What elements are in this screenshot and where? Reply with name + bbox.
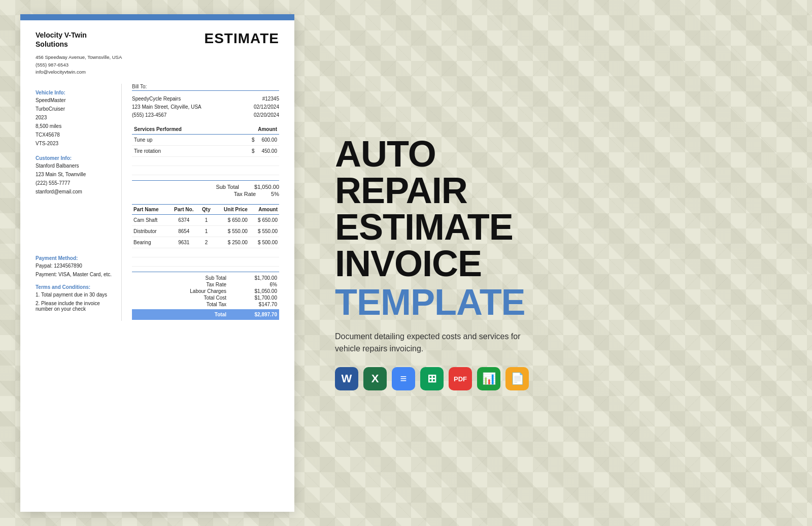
right-column: Bill To: SpeedyCycle Repairs 123 Main St…: [132, 84, 279, 321]
pages-icon: 📄: [505, 367, 529, 390]
promo-line4: INVOICE: [335, 245, 792, 282]
promo-line2: REPAIR: [335, 172, 792, 209]
totals-cost-label: Total Cost: [176, 295, 226, 301]
top-bar: [20, 14, 294, 20]
terms-line1: 1. Total payment due in 30 days: [36, 292, 114, 298]
table-row: Distributor 8654 1 $ 550.00 $ 550.00: [132, 226, 279, 237]
company-email: info@velocityvtwin.com: [36, 69, 122, 76]
totals-taxrate-label: Tax Rate: [176, 282, 226, 287]
date1: 02/12/2024: [254, 103, 279, 111]
service-amount-2: $ 450.00: [226, 146, 279, 157]
bill-to-section: Bill To: SpeedyCycle Repairs 123 Main St…: [132, 84, 279, 119]
totals-tax-value: $147.70: [242, 302, 277, 307]
customer-name: Stanford Balbaners: [36, 163, 114, 169]
google-sheets-icon: ⊞: [420, 367, 444, 390]
company-name: Velocity V-Twin Solutions: [36, 30, 117, 49]
taxrate-label: Tax Rate: [234, 191, 256, 197]
customer-info-label: Customer Info:: [36, 155, 114, 161]
numbers-icon: 📊: [477, 367, 500, 390]
totals-tax-row: Total Tax $147.70: [132, 302, 279, 307]
table-row: Bearing 9631 2 $ 250.00 $ 500.00: [132, 237, 279, 248]
part-amount-3: $ 500.00: [249, 237, 279, 248]
bill-to-label: Bill To:: [132, 84, 279, 89]
two-col-layout: Vehicle Info: SpeedMaster TurboCruiser 2…: [36, 84, 279, 321]
totals-labour-value: $1,050.00: [242, 288, 277, 294]
promo-description: Document detailing expected costs and se…: [335, 331, 528, 355]
promo-section: AUTO REPAIR ESTIMATE INVOICE TEMPLATE Do…: [325, 136, 792, 390]
part-price-1: $ 650.00: [214, 215, 249, 226]
totals-cost-value: $1,700.00: [242, 295, 277, 301]
company-phone: (555) 987-6543: [36, 61, 122, 69]
parts-header-amount: Amount: [249, 205, 279, 215]
pdf-icon: PDF: [449, 367, 472, 390]
customer-phone: (222) 555-7777: [36, 180, 114, 186]
services-subtotal: Sub Total $1,050.00 Tax Rate 5%: [132, 180, 279, 197]
client-phone: (555) 123-4567: [132, 111, 201, 119]
totals-taxrate-value: 6%: [242, 282, 277, 287]
terms-label: Terms and Conditions:: [36, 284, 114, 290]
vehicle-model: TurboCruiser: [36, 106, 114, 112]
doc-content: Velocity V-Twin Solutions 456 Speedway A…: [20, 20, 294, 331]
estimate-title: ESTIMATE: [205, 30, 279, 47]
totals-subtotal-row: Sub Total $1,700.00: [132, 275, 279, 281]
totals-subtotal-label: Sub Total: [176, 275, 226, 281]
table-row: [132, 257, 279, 267]
company-address: 456 Speedway Avenue, Townsville, USA (55…: [36, 54, 122, 76]
part-name-2: Distributor: [132, 226, 169, 237]
service-amount-1: $ 600.00: [226, 135, 279, 146]
left-column: Vehicle Info: SpeedMaster TurboCruiser 2…: [36, 84, 122, 321]
bill-to-left: SpeedyCycle Repairs 123 Main Street, Cit…: [132, 95, 201, 119]
vehicle-plate: VTS-2023: [36, 141, 114, 146]
part-amount-1: $ 650.00: [249, 215, 279, 226]
page-wrapper: Velocity V-Twin Solutions 456 Speedway A…: [0, 0, 812, 526]
part-no-3: 9631: [169, 237, 198, 248]
table-row: Tune up $ 600.00: [132, 135, 279, 146]
client-name: SpeedyCycle Repairs: [132, 95, 201, 103]
part-no-1: 6374: [169, 215, 198, 226]
parts-header-qty: Qty: [199, 205, 214, 215]
totals-labour-label: Labour Charges: [176, 288, 226, 294]
vehicle-vin: TCX45678: [36, 132, 114, 138]
part-amount-2: $ 550.00: [249, 226, 279, 237]
customer-email: stanford@email.com: [36, 189, 114, 194]
part-qty-3: 2: [199, 237, 214, 248]
part-qty-1: 1: [199, 215, 214, 226]
services-header-name: Services Performed: [132, 124, 226, 135]
table-row: Cam Shaft 6374 1 $ 650.00 $ 650.00: [132, 215, 279, 226]
totals-grand-value: $2,897.70: [242, 312, 277, 317]
part-name-1: Cam Shaft: [132, 215, 169, 226]
parts-header-price: Unit Price: [214, 205, 249, 215]
part-price-3: $ 250.00: [214, 237, 249, 248]
part-qty-2: 1: [199, 226, 214, 237]
services-table: Services Performed Amount Tune up $ 600.…: [132, 124, 279, 175]
table-row: [132, 157, 279, 166]
totals-subtotal-value: $1,700.00: [242, 275, 277, 281]
app-icons-row: W X ≡ ⊞ PDF 📊 📄: [335, 367, 792, 390]
totals-cost-row: Total Cost $1,700.00: [132, 295, 279, 301]
bill-to-grid: SpeedyCycle Repairs 123 Main Street, Cit…: [132, 95, 279, 119]
subtotal-label: Sub Total: [216, 184, 239, 190]
parts-header-no: Part No.: [169, 205, 198, 215]
vehicle-make: SpeedMaster: [36, 97, 114, 103]
invoice-document: Velocity V-Twin Solutions 456 Speedway A…: [20, 14, 294, 512]
totals-taxrate-row: Tax Rate 6%: [132, 282, 279, 287]
part-price-2: $ 550.00: [214, 226, 249, 237]
invoice-no: #12345: [254, 95, 279, 103]
promo-line3: ESTIMATE: [335, 209, 792, 245]
vehicle-mileage: 8,500 miles: [36, 123, 114, 129]
table-row: [132, 166, 279, 175]
parts-table: Part Name Part No. Qty Unit Price Amount…: [132, 204, 279, 267]
client-address: 123 Main Street, Cityville, USA: [132, 103, 201, 111]
company-info: Velocity V-Twin Solutions 456 Speedway A…: [36, 30, 122, 76]
totals-tax-label: Total Tax: [176, 302, 226, 307]
date2: 02/20/2024: [254, 111, 279, 119]
service-name-1: Tune up: [132, 135, 226, 146]
part-name-3: Bearing: [132, 237, 169, 248]
final-totals: Sub Total $1,700.00 Tax Rate 6% Labour C…: [132, 272, 279, 320]
table-row: Tire rotation $ 450.00: [132, 146, 279, 157]
word-icon: W: [335, 367, 358, 390]
parts-header-name: Part Name: [132, 205, 169, 215]
vehicle-info-label: Vehicle Info:: [36, 90, 114, 95]
taxrate-value: 5%: [271, 191, 279, 197]
table-row: [132, 248, 279, 257]
